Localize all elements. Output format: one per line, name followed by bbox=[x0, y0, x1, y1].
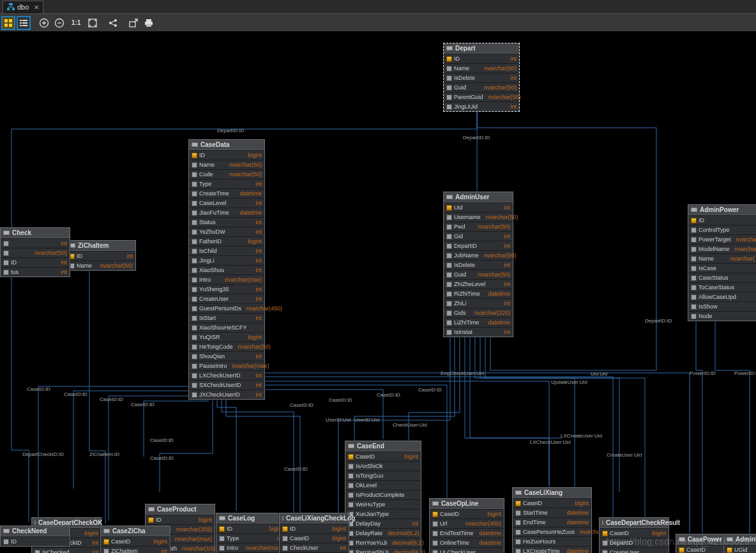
layout-grid-icon[interactable] bbox=[1, 16, 15, 30]
table-row[interactable]: ZhiLiint bbox=[444, 298, 513, 308]
table-row[interactable]: nvarchar(50) bbox=[1, 248, 70, 257]
table-row[interactable]: ZhiZheLevelint bbox=[444, 279, 513, 289]
table-row[interactable]: YuQISRbigint bbox=[189, 332, 264, 342]
table-row[interactable]: IsDeleteint bbox=[444, 260, 513, 269]
table-row[interactable]: IDbigint bbox=[280, 524, 349, 533]
print-icon[interactable] bbox=[142, 16, 156, 30]
table-row[interactable]: DelayDayint bbox=[345, 519, 421, 528]
table-row[interactable]: JingLiUidint bbox=[444, 102, 519, 111]
table-row[interactable]: Namenvarchar(50) bbox=[444, 63, 519, 73]
table-row[interactable]: CaseStatus bbox=[688, 273, 756, 282]
table-row[interactable]: JobNamenvarchar(50) bbox=[444, 250, 513, 260]
table-casedepartcheckresult[interactable]: CaseDepartCheckResultCaseIDbigintDepartI… bbox=[599, 517, 669, 553]
zoom-11-icon[interactable]: 1:1 bbox=[68, 16, 84, 30]
table-row[interactable]: DepartIDint bbox=[444, 241, 513, 250]
diagram-canvas[interactable]: DepartID:ID DepartID:ID DepartID:ID Case… bbox=[0, 32, 756, 553]
export-icon[interactable] bbox=[126, 16, 140, 30]
table-row[interactable]: LiZhiTimedatetime bbox=[444, 317, 513, 327]
table-row[interactable]: RenYueYuJidecimal(6,2) bbox=[345, 538, 421, 547]
table-row[interactable]: IsChildint bbox=[189, 246, 264, 255]
table-row[interactable]: Pwdnvarchar(50) bbox=[444, 222, 513, 231]
table-adminpower[interactable]: AdminPowerIDControlTypePowerTargetnvarch… bbox=[688, 204, 756, 321]
table-row[interactable]: CaseIDbigint bbox=[280, 533, 349, 543]
table-check-partial[interactable]: Checkintnvarchar(50)IDinttusint bbox=[0, 227, 70, 277]
table-row[interactable]: Namenvarchar(50) bbox=[189, 160, 264, 169]
table-row[interactable]: CheckUserint bbox=[280, 543, 349, 552]
table-row[interactable]: IsCase bbox=[688, 263, 756, 273]
table-row[interactable]: IsTongGuo bbox=[345, 471, 421, 480]
table-row[interactable]: SXCheckUserIDint bbox=[189, 380, 264, 390]
table-row[interactable]: IDbigint bbox=[189, 150, 264, 160]
table-row[interactable]: XunJianType bbox=[345, 509, 421, 519]
table-row[interactable]: ZiChaItemint bbox=[101, 546, 170, 553]
table-row[interactable]: CaseIDbigint bbox=[430, 509, 504, 519]
table-row[interactable]: IDbigint bbox=[146, 515, 215, 524]
table-row[interactable]: HeZuoHours bbox=[513, 536, 591, 546]
table-row[interactable]: IsDeleteint bbox=[444, 73, 519, 82]
table-row[interactable]: CaseLevelint bbox=[189, 198, 264, 208]
table-row[interactable]: IsShow bbox=[688, 301, 756, 311]
table-caselog[interactable]: CaseLogIDbigintTypeintIntronvarchar(max)… bbox=[216, 513, 286, 553]
table-row[interactable]: ID bbox=[688, 215, 756, 225]
table-row[interactable]: StartTimedatetime bbox=[513, 508, 591, 517]
table-row[interactable]: GuestPersonIDsnvarchar(450) bbox=[189, 303, 264, 313]
table-row[interactable]: WeiHuType bbox=[345, 499, 421, 509]
table-row[interactable]: Namenvarchar(50) bbox=[66, 261, 135, 270]
table-row[interactable]: EndTimedatetime bbox=[513, 517, 591, 527]
table-row[interactable]: IsAnShiOk bbox=[345, 461, 421, 471]
table-row[interactable]: XiaoShouHeSCFY bbox=[189, 322, 264, 332]
table-row[interactable]: JiaoFuTimedatetime bbox=[189, 208, 264, 217]
table-row[interactable]: CaseIDbigint bbox=[345, 451, 421, 461]
table-caseopline[interactable]: CaseOpLineCaseIDbigintUrlnvarchar(450)En… bbox=[429, 498, 504, 553]
table-casedata[interactable]: CaseDataIDbigintNamenvarchar(50)Codenvar… bbox=[188, 139, 265, 400]
table-row[interactable]: Guidnvarchar(50) bbox=[444, 82, 519, 92]
table-caselixiangchecklog[interactable]: CaseLiXiangCheckLogIDbigintCaseIDbigintC… bbox=[279, 513, 349, 553]
table-row[interactable]: IDint bbox=[66, 251, 135, 261]
table-row[interactable]: Gidsnvarchar(225) bbox=[444, 308, 513, 317]
table-row[interactable]: IDint bbox=[444, 54, 519, 63]
table-row[interactable]: OkLevel bbox=[345, 480, 421, 490]
table-row[interactable]: LXCreateTimedatetime bbox=[513, 546, 591, 553]
table-caselixiang[interactable]: CaseLiXiangCaseIDbigintStartTimedatetime… bbox=[512, 487, 592, 553]
table-row[interactable]: ParentGuidnvarchar(50) bbox=[444, 92, 519, 102]
table-row[interactable]: ModelNamenvarchar( bbox=[688, 244, 756, 254]
table-row[interactable]: PowerTargetnvarchar( bbox=[688, 234, 756, 244]
close-icon[interactable]: ✕ bbox=[34, 4, 39, 11]
table-row[interactable]: OnlineTimedatetime bbox=[430, 538, 504, 547]
table-row[interactable]: CreateUserint bbox=[189, 294, 264, 303]
table-row[interactable]: tusint bbox=[1, 267, 70, 276]
table-row[interactable]: Intronvarchar(max) bbox=[189, 275, 264, 284]
table-row[interactable]: int bbox=[1, 238, 70, 248]
table-row[interactable]: AllowCaseUpd bbox=[688, 292, 756, 301]
table-row[interactable]: Urlnvarchar(450) bbox=[430, 519, 504, 528]
table-row[interactable]: IsInstatint bbox=[444, 327, 513, 337]
table-row[interactable]: CasePersonHeZuosnvarchar(450) bbox=[513, 527, 591, 536]
table-row[interactable]: Codenvarchar(50) bbox=[189, 169, 264, 179]
table-row[interactable]: ToCaseStatus bbox=[688, 282, 756, 292]
layout-list-icon[interactable] bbox=[17, 16, 31, 30]
table-row[interactable]: Guidnvarchar(50) bbox=[444, 269, 513, 279]
table-row[interactable]: RiZhiTimedatetime bbox=[444, 289, 513, 298]
zoom-in-icon[interactable] bbox=[37, 16, 51, 30]
table-row[interactable]: FatherIDbigint bbox=[189, 236, 264, 246]
table-row[interactable]: JXCheckUserIDint bbox=[189, 390, 264, 399]
table-row[interactable]: LXCheckUserIDint bbox=[189, 370, 264, 380]
table-row[interactable]: Intronvarchar(max) bbox=[216, 543, 285, 552]
table-row[interactable]: Typeint bbox=[216, 533, 285, 543]
table-row[interactable]: CreateTimedatetime bbox=[189, 188, 264, 198]
tab-dbo[interactable]: dbo ✕ bbox=[3, 1, 43, 13]
table-row[interactable]: IsCheckedint bbox=[32, 547, 101, 553]
table-row[interactable]: Typeint bbox=[189, 179, 264, 188]
table-row[interactable]: Node bbox=[688, 311, 756, 321]
table-row[interactable]: ULCheckUser bbox=[430, 547, 504, 553]
table-row[interactable]: CaseIDbigint bbox=[101, 536, 170, 546]
table-row[interactable]: Uidint bbox=[444, 202, 513, 212]
table-depart[interactable]: DepartIDintNamenvarchar(50)IsDeleteintGu… bbox=[443, 43, 520, 112]
table-row[interactable]: Usernamenvarchar(50) bbox=[444, 212, 513, 222]
table-row[interactable]: Gidint bbox=[444, 231, 513, 241]
table-row[interactable]: ShouQianint bbox=[189, 351, 264, 361]
table-row[interactable]: CaseIDbigint bbox=[513, 498, 591, 508]
table-checkneed[interactable]: CheckNeedID bbox=[0, 526, 70, 547]
table-row[interactable]: IDbigint bbox=[216, 524, 285, 533]
table-zichaitem[interactable]: ZiChaItemIDintNamenvarchar(50) bbox=[66, 240, 136, 271]
